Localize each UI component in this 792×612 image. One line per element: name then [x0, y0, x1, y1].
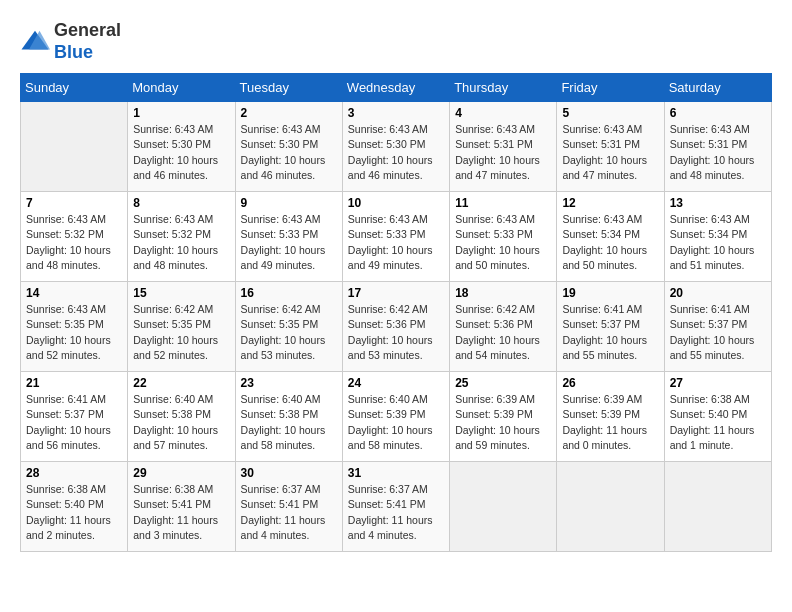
- day-number: 31: [348, 466, 444, 480]
- day-number: 10: [348, 196, 444, 210]
- page-header: General Blue: [20, 20, 772, 63]
- calendar-cell: 24Sunrise: 6:40 AM Sunset: 5:39 PM Dayli…: [342, 372, 449, 462]
- day-info: Sunrise: 6:37 AM Sunset: 5:41 PM Dayligh…: [241, 482, 337, 543]
- calendar-cell: 4Sunrise: 6:43 AM Sunset: 5:31 PM Daylig…: [450, 102, 557, 192]
- calendar-cell: 11Sunrise: 6:43 AM Sunset: 5:33 PM Dayli…: [450, 192, 557, 282]
- day-info: Sunrise: 6:43 AM Sunset: 5:31 PM Dayligh…: [455, 122, 551, 183]
- calendar-cell: 15Sunrise: 6:42 AM Sunset: 5:35 PM Dayli…: [128, 282, 235, 372]
- day-number: 28: [26, 466, 122, 480]
- calendar-cell: 21Sunrise: 6:41 AM Sunset: 5:37 PM Dayli…: [21, 372, 128, 462]
- day-info: Sunrise: 6:40 AM Sunset: 5:38 PM Dayligh…: [241, 392, 337, 453]
- calendar-cell: 1Sunrise: 6:43 AM Sunset: 5:30 PM Daylig…: [128, 102, 235, 192]
- day-number: 4: [455, 106, 551, 120]
- day-number: 18: [455, 286, 551, 300]
- week-row-3: 14Sunrise: 6:43 AM Sunset: 5:35 PM Dayli…: [21, 282, 772, 372]
- days-header-row: SundayMondayTuesdayWednesdayThursdayFrid…: [21, 74, 772, 102]
- calendar-cell: [664, 462, 771, 552]
- calendar-cell: 12Sunrise: 6:43 AM Sunset: 5:34 PM Dayli…: [557, 192, 664, 282]
- logo-general: General: [54, 20, 121, 40]
- day-number: 27: [670, 376, 766, 390]
- day-header-wednesday: Wednesday: [342, 74, 449, 102]
- calendar-cell: 9Sunrise: 6:43 AM Sunset: 5:33 PM Daylig…: [235, 192, 342, 282]
- day-number: 26: [562, 376, 658, 390]
- day-info: Sunrise: 6:43 AM Sunset: 5:30 PM Dayligh…: [348, 122, 444, 183]
- week-row-4: 21Sunrise: 6:41 AM Sunset: 5:37 PM Dayli…: [21, 372, 772, 462]
- day-header-thursday: Thursday: [450, 74, 557, 102]
- calendar-cell: 27Sunrise: 6:38 AM Sunset: 5:40 PM Dayli…: [664, 372, 771, 462]
- calendar-cell: 13Sunrise: 6:43 AM Sunset: 5:34 PM Dayli…: [664, 192, 771, 282]
- calendar-cell: 25Sunrise: 6:39 AM Sunset: 5:39 PM Dayli…: [450, 372, 557, 462]
- day-info: Sunrise: 6:41 AM Sunset: 5:37 PM Dayligh…: [670, 302, 766, 363]
- calendar-cell: 6Sunrise: 6:43 AM Sunset: 5:31 PM Daylig…: [664, 102, 771, 192]
- day-info: Sunrise: 6:43 AM Sunset: 5:33 PM Dayligh…: [455, 212, 551, 273]
- week-row-5: 28Sunrise: 6:38 AM Sunset: 5:40 PM Dayli…: [21, 462, 772, 552]
- logo-text: General Blue: [54, 20, 121, 63]
- day-info: Sunrise: 6:42 AM Sunset: 5:35 PM Dayligh…: [241, 302, 337, 363]
- calendar-cell: 3Sunrise: 6:43 AM Sunset: 5:30 PM Daylig…: [342, 102, 449, 192]
- calendar-cell: 31Sunrise: 6:37 AM Sunset: 5:41 PM Dayli…: [342, 462, 449, 552]
- calendar-cell: 7Sunrise: 6:43 AM Sunset: 5:32 PM Daylig…: [21, 192, 128, 282]
- calendar-cell: 10Sunrise: 6:43 AM Sunset: 5:33 PM Dayli…: [342, 192, 449, 282]
- day-number: 22: [133, 376, 229, 390]
- calendar-cell: [21, 102, 128, 192]
- day-info: Sunrise: 6:38 AM Sunset: 5:40 PM Dayligh…: [26, 482, 122, 543]
- day-info: Sunrise: 6:41 AM Sunset: 5:37 PM Dayligh…: [562, 302, 658, 363]
- calendar-cell: 8Sunrise: 6:43 AM Sunset: 5:32 PM Daylig…: [128, 192, 235, 282]
- day-info: Sunrise: 6:43 AM Sunset: 5:32 PM Dayligh…: [26, 212, 122, 273]
- day-header-sunday: Sunday: [21, 74, 128, 102]
- week-row-2: 7Sunrise: 6:43 AM Sunset: 5:32 PM Daylig…: [21, 192, 772, 282]
- day-info: Sunrise: 6:43 AM Sunset: 5:34 PM Dayligh…: [562, 212, 658, 273]
- day-info: Sunrise: 6:43 AM Sunset: 5:33 PM Dayligh…: [241, 212, 337, 273]
- day-info: Sunrise: 6:37 AM Sunset: 5:41 PM Dayligh…: [348, 482, 444, 543]
- day-info: Sunrise: 6:40 AM Sunset: 5:38 PM Dayligh…: [133, 392, 229, 453]
- calendar-cell: 20Sunrise: 6:41 AM Sunset: 5:37 PM Dayli…: [664, 282, 771, 372]
- day-number: 25: [455, 376, 551, 390]
- day-info: Sunrise: 6:43 AM Sunset: 5:30 PM Dayligh…: [241, 122, 337, 183]
- day-header-monday: Monday: [128, 74, 235, 102]
- day-number: 17: [348, 286, 444, 300]
- calendar-table: SundayMondayTuesdayWednesdayThursdayFrid…: [20, 73, 772, 552]
- day-info: Sunrise: 6:43 AM Sunset: 5:33 PM Dayligh…: [348, 212, 444, 273]
- day-info: Sunrise: 6:43 AM Sunset: 5:35 PM Dayligh…: [26, 302, 122, 363]
- calendar-cell: 18Sunrise: 6:42 AM Sunset: 5:36 PM Dayli…: [450, 282, 557, 372]
- logo: General Blue: [20, 20, 121, 63]
- day-number: 11: [455, 196, 551, 210]
- calendar-cell: 17Sunrise: 6:42 AM Sunset: 5:36 PM Dayli…: [342, 282, 449, 372]
- calendar-cell: 16Sunrise: 6:42 AM Sunset: 5:35 PM Dayli…: [235, 282, 342, 372]
- day-number: 16: [241, 286, 337, 300]
- logo-blue: Blue: [54, 42, 93, 62]
- day-info: Sunrise: 6:42 AM Sunset: 5:36 PM Dayligh…: [348, 302, 444, 363]
- day-number: 15: [133, 286, 229, 300]
- calendar-cell: [557, 462, 664, 552]
- day-info: Sunrise: 6:38 AM Sunset: 5:41 PM Dayligh…: [133, 482, 229, 543]
- day-number: 5: [562, 106, 658, 120]
- calendar-cell: 5Sunrise: 6:43 AM Sunset: 5:31 PM Daylig…: [557, 102, 664, 192]
- calendar-cell: 26Sunrise: 6:39 AM Sunset: 5:39 PM Dayli…: [557, 372, 664, 462]
- day-header-tuesday: Tuesday: [235, 74, 342, 102]
- day-info: Sunrise: 6:39 AM Sunset: 5:39 PM Dayligh…: [562, 392, 658, 453]
- day-header-friday: Friday: [557, 74, 664, 102]
- day-number: 7: [26, 196, 122, 210]
- calendar-cell: 29Sunrise: 6:38 AM Sunset: 5:41 PM Dayli…: [128, 462, 235, 552]
- calendar-cell: [450, 462, 557, 552]
- day-info: Sunrise: 6:38 AM Sunset: 5:40 PM Dayligh…: [670, 392, 766, 453]
- day-number: 6: [670, 106, 766, 120]
- calendar-cell: 23Sunrise: 6:40 AM Sunset: 5:38 PM Dayli…: [235, 372, 342, 462]
- calendar-cell: 2Sunrise: 6:43 AM Sunset: 5:30 PM Daylig…: [235, 102, 342, 192]
- day-number: 29: [133, 466, 229, 480]
- day-number: 9: [241, 196, 337, 210]
- day-info: Sunrise: 6:43 AM Sunset: 5:31 PM Dayligh…: [562, 122, 658, 183]
- day-number: 14: [26, 286, 122, 300]
- week-row-1: 1Sunrise: 6:43 AM Sunset: 5:30 PM Daylig…: [21, 102, 772, 192]
- calendar-cell: 30Sunrise: 6:37 AM Sunset: 5:41 PM Dayli…: [235, 462, 342, 552]
- calendar-cell: 28Sunrise: 6:38 AM Sunset: 5:40 PM Dayli…: [21, 462, 128, 552]
- day-number: 1: [133, 106, 229, 120]
- day-info: Sunrise: 6:42 AM Sunset: 5:36 PM Dayligh…: [455, 302, 551, 363]
- day-number: 20: [670, 286, 766, 300]
- calendar-cell: 14Sunrise: 6:43 AM Sunset: 5:35 PM Dayli…: [21, 282, 128, 372]
- logo-icon: [20, 27, 50, 57]
- day-info: Sunrise: 6:43 AM Sunset: 5:32 PM Dayligh…: [133, 212, 229, 273]
- day-number: 21: [26, 376, 122, 390]
- day-info: Sunrise: 6:39 AM Sunset: 5:39 PM Dayligh…: [455, 392, 551, 453]
- day-number: 8: [133, 196, 229, 210]
